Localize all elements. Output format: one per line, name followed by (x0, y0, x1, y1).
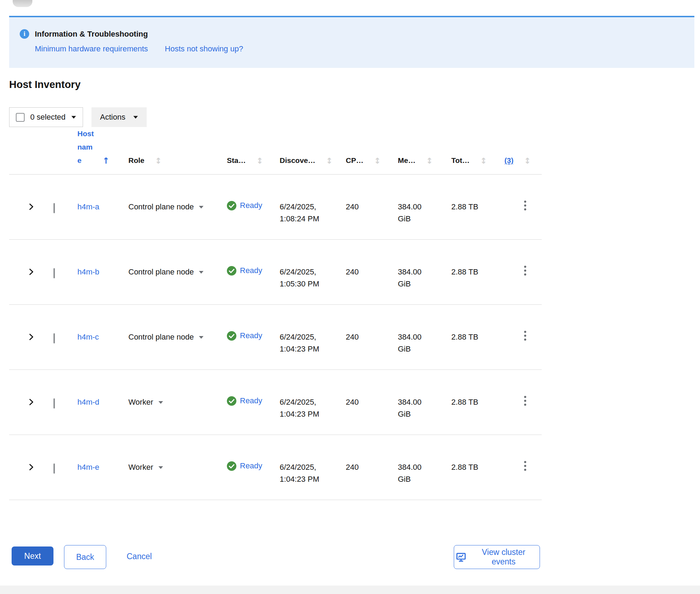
hostname-link[interactable]: h4m-b (77, 267, 99, 276)
chevron-right-icon (29, 203, 34, 210)
role-dropdown[interactable]: Control plane node (120, 305, 218, 343)
role-label: Control plane node (128, 331, 194, 343)
row-checkbox-cell (41, 175, 69, 214)
chevron-down-icon (199, 336, 204, 339)
hostname-cell: h4m-d (69, 370, 120, 408)
bulk-select-dropdown[interactable]: 0 selected (9, 107, 83, 127)
row-checkbox[interactable] (53, 268, 55, 278)
row-kebab-menu[interactable] (517, 370, 542, 406)
row-checkbox-cell (41, 435, 69, 475)
hostname-link[interactable]: h4m-d (77, 398, 99, 406)
expand-row-toggle[interactable] (9, 370, 41, 409)
row-kebab-menu[interactable] (517, 175, 542, 210)
count-column-cell (496, 240, 517, 266)
column-header-label[interactable]: (3) (504, 154, 514, 167)
expand-row-toggle[interactable] (9, 435, 41, 474)
column-header-label: Tot… (451, 154, 470, 167)
discovered-at-value: 6/24/2025, 1:04:23 PM (280, 461, 329, 485)
table-row: h4m-eWorkerReady6/24/2025, 1:04:23 PM240… (9, 435, 542, 500)
hostname-cell: h4m-b (69, 240, 120, 278)
total-storage-cell: 2.88 TB (443, 435, 496, 473)
next-button[interactable]: Next (12, 546, 53, 565)
sort-toggle-icon[interactable]: ↕ (326, 154, 333, 167)
chevron-down-icon (133, 116, 138, 119)
memory-value: 384.00 GiB (398, 266, 430, 290)
hostname-link[interactable]: h4m-a (77, 202, 99, 211)
role-dropdown[interactable]: Control plane node (120, 240, 218, 278)
kebab-icon (521, 201, 530, 210)
expand-row-toggle[interactable] (9, 240, 41, 279)
role-dropdown[interactable]: Worker (120, 435, 218, 473)
memory-value: 384.00 GiB (398, 396, 430, 420)
count-column-cell (496, 435, 517, 461)
status-link[interactable]: Ready (240, 265, 262, 277)
status-link[interactable]: Ready (240, 200, 262, 211)
hostname-cell: h4m-c (69, 305, 120, 343)
status-link[interactable]: Ready (240, 330, 262, 342)
memory-cell: 384.00 GiB (389, 240, 443, 290)
role-dropdown[interactable]: Worker (120, 370, 218, 408)
row-checkbox-cell (41, 305, 69, 345)
status-success-icon (227, 201, 236, 210)
chevron-down-icon (199, 206, 204, 209)
row-checkbox[interactable] (53, 203, 55, 213)
status-success-icon (227, 396, 236, 406)
hostname-cell: h4m-e (69, 435, 120, 473)
column-header-me[interactable]: Me…↕ (389, 154, 443, 174)
status-cell: Ready (218, 175, 271, 211)
count-column-cell (496, 305, 517, 331)
column-header-3[interactable]: (3)↕ (496, 154, 517, 174)
status-link[interactable]: Ready (240, 460, 262, 472)
column-header-cp[interactable]: CP…↕ (337, 154, 389, 174)
back-button[interactable]: Back (64, 545, 106, 569)
discovered-at-cell: 6/24/2025, 1:05:30 PM (271, 240, 337, 290)
status-success-icon (227, 266, 236, 276)
info-icon: i (20, 29, 29, 39)
memory-cell: 384.00 GiB (389, 305, 443, 355)
sort-toggle-icon[interactable]: ↕ (155, 154, 162, 167)
view-cluster-events-label: View cluster events (470, 548, 537, 567)
chevron-right-icon (29, 268, 34, 276)
sort-toggle-icon[interactable]: ↕ (524, 154, 531, 167)
count-column-cell (496, 370, 517, 396)
sort-toggle-icon[interactable]: ↕ (256, 154, 263, 167)
checkbox-column-header (41, 167, 69, 174)
actions-label: Actions (100, 113, 125, 122)
expand-row-toggle[interactable] (9, 305, 41, 344)
chevron-right-icon (29, 398, 34, 406)
column-header-role[interactable]: Role↕ (120, 154, 218, 174)
sort-ascending-icon[interactable]: ↑ (102, 154, 109, 167)
cancel-link[interactable]: Cancel (127, 547, 152, 566)
total-storage-cell: 2.88 TB (443, 370, 496, 408)
row-kebab-menu[interactable] (517, 435, 542, 471)
discovered-at-cell: 6/24/2025, 1:04:23 PM (271, 305, 337, 355)
sort-toggle-icon[interactable]: ↕ (374, 154, 381, 167)
table-row: h4m-cControl plane nodeReady6/24/2025, 1… (9, 305, 542, 370)
row-checkbox[interactable] (53, 333, 55, 343)
column-header-discove[interactable]: Discove…↕ (271, 154, 337, 174)
banner-title: Information & Troubleshooting (35, 30, 148, 39)
status-link[interactable]: Ready (240, 395, 262, 407)
column-header-sta[interactable]: Sta…↕ (218, 154, 271, 174)
actions-dropdown[interactable]: Actions (91, 107, 147, 127)
view-cluster-events-button[interactable]: View cluster events (454, 545, 540, 569)
column-header-tot[interactable]: Tot…↕ (443, 154, 496, 174)
select-all-checkbox[interactable] (16, 113, 25, 122)
count-column-cell (496, 175, 517, 201)
column-header-label: Discove… (280, 154, 316, 167)
sort-toggle-icon[interactable]: ↕ (426, 154, 433, 167)
hostname-link[interactable]: h4m-c (77, 333, 99, 341)
expand-row-toggle[interactable] (9, 175, 41, 214)
row-kebab-menu[interactable] (517, 240, 542, 276)
status-success-icon (227, 461, 236, 471)
row-checkbox[interactable] (53, 463, 55, 474)
row-checkbox[interactable] (53, 398, 55, 409)
sort-toggle-icon[interactable]: ↕ (480, 154, 487, 167)
cpu-cores-cell: 240 (337, 435, 389, 473)
minimum-hardware-requirements-link[interactable]: Minimum hardware requirements (35, 44, 148, 53)
hosts-not-showing-up-link[interactable]: Hosts not showing up? (165, 44, 243, 53)
row-kebab-menu[interactable] (517, 305, 542, 341)
role-dropdown[interactable]: Control plane node (120, 175, 218, 213)
column-header-hostname[interactable]: Hostname↑ (69, 127, 120, 174)
hostname-link[interactable]: h4m-e (77, 463, 99, 472)
